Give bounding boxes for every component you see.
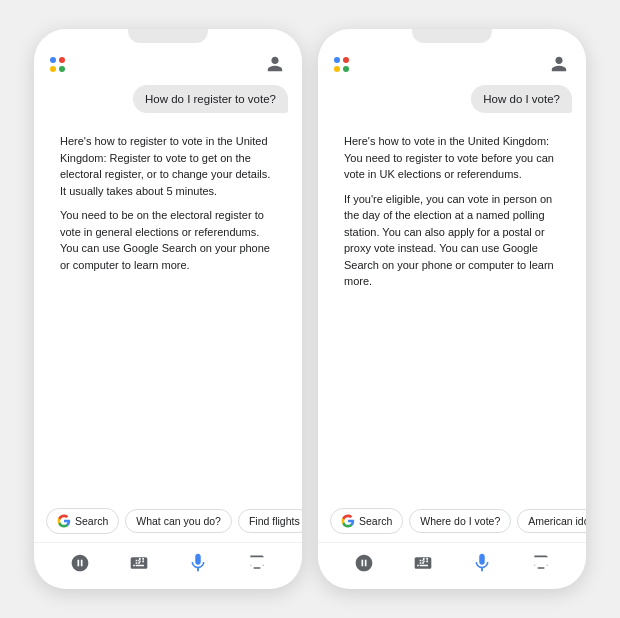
assistant-p1-2: Here's how to vote in the United Kingdom… bbox=[344, 133, 560, 183]
what-chip-label-1: What can you do? bbox=[136, 515, 221, 527]
search-chip-1[interactable]: Search bbox=[46, 508, 119, 534]
suggestions-1: Search What can you do? Find flights bbox=[34, 502, 302, 542]
where-chip-2[interactable]: Where do I vote? bbox=[409, 509, 511, 533]
assistant-message-1: Here's how to register to vote in the Un… bbox=[48, 123, 288, 283]
mic-icon-2[interactable] bbox=[470, 551, 494, 575]
phone-notch-1 bbox=[128, 29, 208, 43]
bottom-bar-2 bbox=[318, 542, 586, 589]
phone-1: How do I register to vote? Here's how to… bbox=[34, 29, 302, 589]
user-message-2: How do I vote? bbox=[471, 85, 572, 113]
phone-2: How do I vote? Here's how to vote in the… bbox=[318, 29, 586, 589]
search-chip-2[interactable]: Search bbox=[330, 508, 403, 534]
main-container: How do I register to vote? Here's how to… bbox=[14, 9, 606, 609]
profile-icon-2[interactable] bbox=[548, 53, 570, 75]
dot-green bbox=[59, 66, 65, 72]
stop-icon-2[interactable] bbox=[352, 551, 376, 575]
dot-blue-2 bbox=[334, 57, 340, 63]
keyboard-icon-2[interactable] bbox=[411, 551, 435, 575]
screen-icon-2[interactable] bbox=[529, 551, 553, 575]
where-chip-label-2: Where do I vote? bbox=[420, 515, 500, 527]
assistant-message-2: Here's how to vote in the United Kingdom… bbox=[332, 123, 572, 300]
dot-red bbox=[59, 57, 65, 63]
phone-header-1 bbox=[34, 43, 302, 81]
stop-icon-1[interactable] bbox=[68, 551, 92, 575]
chat-area-1: How do I register to vote? Here's how to… bbox=[34, 81, 302, 502]
assistant-logo-1 bbox=[50, 56, 66, 72]
search-chip-label-1: Search bbox=[75, 515, 108, 527]
profile-icon-1[interactable] bbox=[264, 53, 286, 75]
assistant-logo-2 bbox=[334, 56, 350, 72]
phone-notch-2 bbox=[412, 29, 492, 43]
dot-green-2 bbox=[343, 66, 349, 72]
keyboard-icon-1[interactable] bbox=[127, 551, 151, 575]
dot-blue bbox=[50, 57, 56, 63]
mic-icon-1[interactable] bbox=[186, 551, 210, 575]
assistant-p2-2: If you're eligible, you can vote in pers… bbox=[344, 191, 560, 290]
dot-yellow-2 bbox=[334, 66, 340, 72]
dot-red-2 bbox=[343, 57, 349, 63]
chat-area-2: How do I vote? Here's how to vote in the… bbox=[318, 81, 586, 502]
search-chip-label-2: Search bbox=[359, 515, 392, 527]
what-chip-1[interactable]: What can you do? bbox=[125, 509, 232, 533]
suggestions-2: Search Where do I vote? American idol bbox=[318, 502, 586, 542]
user-message-1: How do I register to vote? bbox=[133, 85, 288, 113]
idol-chip-label-2: American idol bbox=[528, 515, 586, 527]
assistant-p2-1: You need to be on the electoral register… bbox=[60, 207, 276, 273]
bottom-bar-1 bbox=[34, 542, 302, 589]
flights-chip-label-1: Find flights bbox=[249, 515, 300, 527]
phone-header-2 bbox=[318, 43, 586, 81]
dot-yellow bbox=[50, 66, 56, 72]
idol-chip-2[interactable]: American idol bbox=[517, 509, 586, 533]
screen-icon-1[interactable] bbox=[245, 551, 269, 575]
assistant-p1-1: Here's how to register to vote in the Un… bbox=[60, 133, 276, 199]
flights-chip-1[interactable]: Find flights bbox=[238, 509, 302, 533]
